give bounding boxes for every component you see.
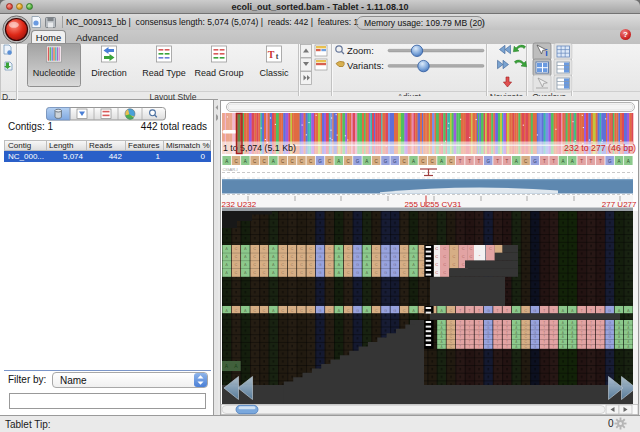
svg-text:T: T [469, 345, 471, 349]
svg-text:C: C [263, 262, 266, 267]
svg-text:C: C [347, 262, 350, 267]
svg-text:C: C [281, 262, 284, 267]
svg-text:C: C [309, 262, 312, 267]
svg-text:C: C [453, 246, 456, 251]
svg-text:G: G [533, 159, 537, 164]
svg-text:A: A [244, 254, 247, 259]
svg-text:A: A [225, 262, 228, 267]
svg-text:T: T [553, 321, 555, 325]
svg-text:G: G [486, 159, 490, 164]
svg-text:t: t [276, 52, 279, 61]
svg-text:T: T [497, 345, 499, 349]
svg-text:C: C [347, 270, 350, 275]
svg-text:T: T [581, 321, 583, 325]
svg-text:A: A [365, 254, 368, 259]
svg-text:T: T [459, 345, 461, 349]
svg-text:A: A [225, 159, 228, 164]
svg-text:A: A [365, 246, 368, 251]
svg-text:A: A [617, 159, 620, 164]
svg-text:G: G [384, 246, 387, 251]
svg-text:C: C [328, 254, 331, 259]
svg-text:T: T [506, 345, 508, 349]
svg-text:C: C [291, 262, 294, 267]
svg-text:T: T [469, 340, 471, 344]
svg-text:A: A [225, 246, 228, 251]
svg-text:C: C [403, 308, 406, 313]
svg-text:T: T [497, 335, 499, 339]
svg-text:G: G [356, 270, 359, 275]
svg-text:A: A [337, 254, 340, 259]
svg-text:A: A [627, 159, 630, 164]
svg-text:T: T [590, 345, 592, 349]
svg-text:A: A [225, 308, 228, 313]
svg-text:T: T [552, 159, 555, 164]
svg-text:T: T [469, 321, 471, 325]
svg-text:T: T [581, 331, 583, 335]
svg-text:T: T [543, 321, 545, 325]
svg-text:A: A [412, 262, 415, 267]
svg-text:A: A [272, 159, 275, 164]
svg-text:T: T [590, 331, 592, 335]
svg-text:A: A [412, 159, 415, 164]
svg-text:C: C [403, 262, 406, 267]
svg-text:C: C [435, 246, 438, 251]
svg-text:C: C [421, 308, 424, 313]
svg-text:C: C [253, 308, 256, 313]
svg-text:A: A [571, 159, 574, 164]
svg-text:C: C [300, 254, 303, 259]
svg-text:C: C [443, 254, 446, 259]
svg-text:T: T [599, 340, 601, 344]
svg-text:C: C [235, 270, 238, 275]
svg-text:Classic: Classic [259, 68, 289, 78]
svg-text:C: C [300, 262, 303, 267]
svg-text:Zoom:: Zoom: [347, 45, 374, 56]
svg-text:T: T [506, 321, 508, 325]
svg-text:G: G [356, 254, 359, 259]
svg-text:C: C [403, 270, 406, 275]
svg-text:C: C [309, 246, 312, 251]
svg-text:T: T [469, 335, 471, 339]
svg-text:T: T [268, 49, 275, 60]
svg-text:T: T [459, 321, 461, 325]
svg-text:A: A [272, 254, 275, 259]
svg-text:C: C [235, 262, 238, 267]
svg-text:T: T [553, 335, 555, 339]
svg-text:T: T [459, 335, 461, 339]
svg-text:A: A [440, 159, 443, 164]
svg-text:C: C [291, 308, 294, 313]
svg-text:C: C [281, 308, 284, 313]
svg-text:C: C [253, 262, 256, 267]
svg-text:T: T [599, 345, 601, 349]
svg-text:C: C [300, 246, 303, 251]
svg-text:C: C [421, 262, 424, 267]
svg-text:T: T [506, 331, 508, 335]
svg-text:T: T [478, 335, 480, 339]
svg-text:C: C [375, 246, 378, 251]
svg-text:T: T [543, 340, 545, 344]
svg-text:G: G [393, 262, 396, 267]
svg-text:C: C [489, 246, 492, 251]
svg-text:T: T [506, 159, 509, 164]
svg-text:G: G [384, 308, 387, 313]
svg-text:T: T [478, 345, 480, 349]
svg-text:T: T [599, 331, 601, 335]
svg-text:CIGAR-I: CIGAR-I [223, 167, 238, 172]
svg-text:C: C [453, 262, 456, 267]
svg-text:A: A [618, 308, 621, 313]
svg-text:T: T [478, 159, 481, 164]
svg-text:A: A [365, 262, 368, 267]
svg-text:A: A [337, 159, 340, 164]
svg-text:T: T [581, 345, 583, 349]
svg-text:C: C [291, 270, 294, 275]
svg-text:G: G [393, 254, 396, 259]
svg-text:G: G [318, 159, 322, 164]
svg-text:C: C [435, 254, 438, 259]
svg-text:A: A [337, 308, 340, 313]
svg-text:G: G [319, 308, 322, 313]
svg-text:T: T [496, 159, 499, 164]
svg-text:T: T [497, 321, 499, 325]
svg-text:C: C [263, 254, 266, 259]
svg-text:G: G [384, 254, 387, 259]
svg-text:G: G [384, 159, 388, 164]
svg-text:C: C [300, 270, 303, 275]
